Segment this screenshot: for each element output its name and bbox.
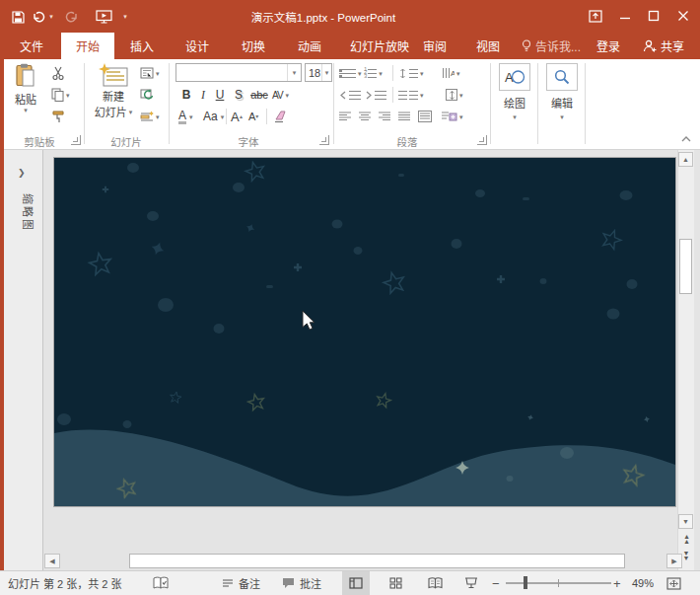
character-spacing-button[interactable]: AV ▾ <box>272 87 289 103</box>
editing-label: 编辑 <box>551 95 573 111</box>
decrease-indent-button[interactable] <box>339 87 361 103</box>
previous-slide-button[interactable]: ▼ ▼ <box>679 533 693 547</box>
distribute-icon <box>418 111 432 122</box>
reset-slide-button[interactable] <box>140 87 154 103</box>
drawing-menu-button[interactable]: A 绘图 ▾ <box>496 63 533 120</box>
convert-to-smartart-button[interactable]: ▾ <box>442 109 463 124</box>
comments-button[interactable]: 批注 <box>282 571 321 595</box>
sign-in-button[interactable]: 登录 <box>590 33 627 59</box>
expand-pane-arrow-icon[interactable]: ❯ <box>18 168 26 178</box>
zoom-level[interactable]: 49% <box>632 571 654 595</box>
shrink-font-button[interactable]: A▾ <box>248 109 258 124</box>
align-left-button[interactable] <box>339 109 351 124</box>
slide-indicator: 幻灯片 第 2 张，共 2 张 <box>8 571 122 595</box>
share-button[interactable]: 共享 <box>631 33 696 59</box>
minimize-button[interactable] <box>612 4 638 28</box>
justify-button[interactable] <box>398 109 410 124</box>
change-case-button[interactable]: Aa ▾ <box>203 109 224 124</box>
line-spacing-icon <box>409 69 418 78</box>
tab-home[interactable]: 开始 <box>61 33 114 59</box>
vertical-scrollbar-thumb[interactable] <box>679 239 692 294</box>
text-direction-button[interactable]: A ▾ <box>442 65 460 81</box>
undo-button[interactable] <box>29 8 48 26</box>
slide-layout-button[interactable]: ▾ <box>140 65 160 81</box>
tab-slideshow[interactable]: 幻灯片放映 <box>337 33 422 59</box>
distribute-button[interactable] <box>418 109 432 124</box>
zoom-out-button[interactable]: − <box>492 571 500 595</box>
tab-file[interactable]: 文件 <box>6 33 57 59</box>
undo-dropdown[interactable]: ▾ <box>46 8 56 26</box>
shrink-arrow: ▾ <box>255 113 258 120</box>
share-label: 共享 <box>661 37 684 54</box>
close-button[interactable] <box>670 4 696 28</box>
fit-slide-to-window-button[interactable] <box>666 571 681 595</box>
scroll-left-button[interactable]: ◀ <box>44 554 60 568</box>
start-slideshow-button[interactable] <box>91 8 116 26</box>
scroll-right-button[interactable]: ▶ <box>666 554 682 568</box>
double-up-arrow-icon: ▼ <box>683 540 690 545</box>
notes-button[interactable]: 备注 <box>222 571 260 595</box>
horizontal-scrollbar-thumb[interactable] <box>129 554 625 568</box>
grow-font-button[interactable]: A▾ <box>231 109 243 124</box>
thumbnails-pane-collapsed[interactable]: ❯ 缩略图 <box>4 150 43 570</box>
collapse-ribbon-button[interactable] <box>680 134 692 144</box>
align-center-button[interactable] <box>359 109 371 124</box>
tab-animations[interactable]: 动画 <box>284 33 335 59</box>
zoom-in-button[interactable]: + <box>613 571 621 595</box>
cut-button[interactable] <box>51 65 65 81</box>
columns-button[interactable]: ▾ <box>398 87 424 103</box>
italic-button[interactable]: I <box>195 87 211 104</box>
editing-menu-button[interactable]: 编辑 ▾ <box>543 63 581 120</box>
redo-button[interactable] <box>62 8 82 26</box>
font-size-combobox[interactable]: 18 ▾ <box>305 63 332 82</box>
font-size-dropdown[interactable]: ▾ <box>321 64 331 81</box>
scroll-down-button[interactable]: ▼ <box>678 514 693 529</box>
paste-button[interactable]: 粘贴 ▾ <box>8 63 43 113</box>
vertical-scrollbar[interactable] <box>677 150 694 570</box>
slideshow-view-button[interactable] <box>457 571 485 595</box>
slide-night-sky-artwork <box>54 158 675 506</box>
reading-view-button[interactable] <box>421 571 449 595</box>
copy-button[interactable]: ▾ <box>51 87 70 103</box>
align-right-button[interactable] <box>379 109 390 124</box>
normal-view-button[interactable] <box>342 571 370 595</box>
numbering-button[interactable]: 123 ▾ <box>364 65 383 81</box>
slide-canvas[interactable] <box>54 158 675 506</box>
tab-review[interactable]: 审阅 <box>412 33 457 59</box>
underline-button[interactable]: U <box>212 87 228 104</box>
spell-check-button[interactable] <box>153 571 169 595</box>
qat-customize-dropdown[interactable]: ▾ <box>120 8 130 26</box>
tab-transitions[interactable]: 切换 <box>228 33 279 59</box>
format-painter-button[interactable] <box>51 109 65 124</box>
maximize-button[interactable] <box>641 4 666 28</box>
font-color-button[interactable]: A ▾ <box>178 109 193 124</box>
new-slide-button[interactable]: 新建 幻灯片 ▾ <box>91 63 136 119</box>
comments-label: 批注 <box>300 575 321 591</box>
clipboard-dialog-launcher[interactable] <box>71 135 81 145</box>
find-icon <box>546 63 578 91</box>
section-button[interactable]: ▾ <box>140 109 160 124</box>
zoom-slider-thumb[interactable] <box>524 576 527 589</box>
save-button[interactable] <box>8 8 28 26</box>
font-name-combobox[interactable]: ▾ <box>175 63 302 82</box>
mini-separator <box>266 109 267 124</box>
tab-insert[interactable]: 插入 <box>118 33 166 59</box>
font-dialog-launcher[interactable] <box>319 135 329 145</box>
font-name-dropdown[interactable]: ▾ <box>287 64 301 81</box>
bold-button[interactable]: B <box>178 87 194 104</box>
bullets-button[interactable]: ▾ <box>339 65 362 81</box>
ribbon-display-options-button[interactable] <box>583 4 608 28</box>
text-shadow-button[interactable]: S <box>231 87 246 104</box>
paragraph-dialog-launcher[interactable] <box>477 135 487 145</box>
clear-formatting-button[interactable] <box>273 109 288 124</box>
increase-indent-button[interactable] <box>365 87 386 103</box>
scroll-up-button[interactable]: ▲ <box>678 152 693 167</box>
line-spacing-button[interactable]: ▾ <box>398 65 424 81</box>
strikethrough-button[interactable]: abc <box>248 87 270 104</box>
tab-design[interactable]: 设计 <box>172 33 223 59</box>
tab-tell-me[interactable]: 告诉我... <box>517 33 586 59</box>
slide-sorter-view-button[interactable] <box>382 571 409 595</box>
tab-view[interactable]: 视图 <box>465 33 511 59</box>
change-case-label: Aa <box>203 110 218 123</box>
align-text-button[interactable]: ▾ <box>446 87 463 103</box>
